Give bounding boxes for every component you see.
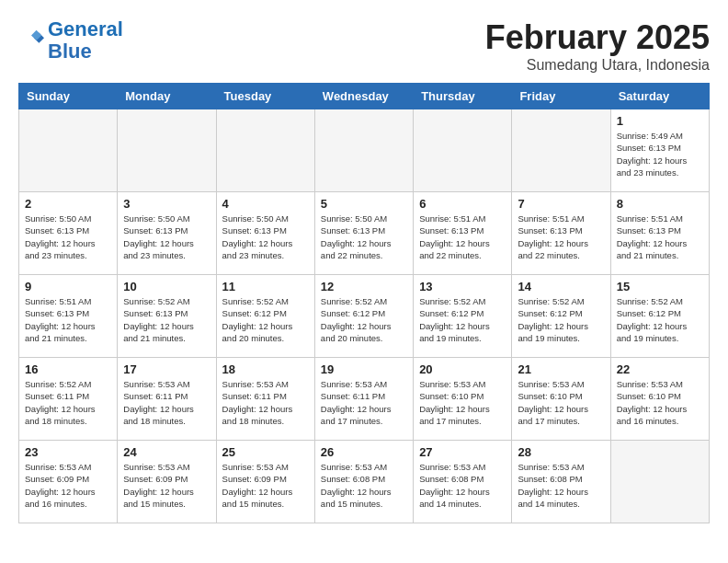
day-number: 17 [123,362,210,376]
logo: General Blue [18,18,123,63]
day-number: 1 [617,114,703,128]
day-number: 13 [419,280,506,293]
calendar-cell: 1Sunrise: 5:49 AM Sunset: 6:13 PM Daylig… [610,109,709,192]
day-of-week-header: Saturday [610,84,709,109]
calendar-week-row: 9Sunrise: 5:51 AM Sunset: 6:13 PM Daylig… [19,275,710,358]
calendar-cell [19,109,118,192]
day-info: Sunrise: 5:51 AM Sunset: 6:13 PM Dayligh… [617,213,703,261]
day-number: 3 [123,197,210,211]
day-info: Sunrise: 5:50 AM Sunset: 6:13 PM Dayligh… [123,213,210,261]
calendar-cell [512,109,610,192]
day-info: Sunrise: 5:53 AM Sunset: 6:10 PM Dayligh… [419,378,506,427]
calendar-cell: 8Sunrise: 5:51 AM Sunset: 6:13 PM Daylig… [610,192,709,275]
day-info: Sunrise: 5:50 AM Sunset: 6:13 PM Dayligh… [321,213,407,261]
day-number: 20 [419,362,506,376]
day-info: Sunrise: 5:51 AM Sunset: 6:13 PM Dayligh… [518,213,604,261]
calendar-cell: 10Sunrise: 5:52 AM Sunset: 6:13 PM Dayli… [118,275,216,358]
day-info: Sunrise: 5:52 AM Sunset: 6:12 PM Dayligh… [419,295,506,344]
calendar-cell: 9Sunrise: 5:51 AM Sunset: 6:13 PM Daylig… [19,275,118,358]
day-info: Sunrise: 5:53 AM Sunset: 6:08 PM Dayligh… [321,461,407,510]
month-title: February 2025 [485,18,710,57]
day-info: Sunrise: 5:53 AM Sunset: 6:08 PM Dayligh… [518,461,604,510]
calendar-cell: 17Sunrise: 5:53 AM Sunset: 6:11 PM Dayli… [118,358,216,441]
calendar-cell: 20Sunrise: 5:53 AM Sunset: 6:10 PM Dayli… [414,358,512,441]
calendar-cell: 2Sunrise: 5:50 AM Sunset: 6:13 PM Daylig… [19,192,118,275]
day-number: 16 [25,362,111,376]
day-info: Sunrise: 5:52 AM Sunset: 6:13 PM Dayligh… [123,295,210,344]
day-of-week-header: Monday [118,84,216,109]
calendar-cell: 21Sunrise: 5:53 AM Sunset: 6:10 PM Dayli… [512,358,610,441]
calendar-cell: 11Sunrise: 5:52 AM Sunset: 6:12 PM Dayli… [216,275,314,358]
calendar-cell: 12Sunrise: 5:52 AM Sunset: 6:12 PM Dayli… [314,275,413,358]
day-number: 15 [617,280,703,293]
day-info: Sunrise: 5:52 AM Sunset: 6:12 PM Dayligh… [617,295,703,344]
day-of-week-header: Friday [512,84,610,109]
calendar-cell: 7Sunrise: 5:51 AM Sunset: 6:13 PM Daylig… [512,192,610,275]
day-info: Sunrise: 5:53 AM Sunset: 6:08 PM Dayligh… [419,461,506,510]
calendar-cell: 18Sunrise: 5:53 AM Sunset: 6:11 PM Dayli… [216,358,314,441]
day-info: Sunrise: 5:49 AM Sunset: 6:13 PM Dayligh… [617,130,703,178]
day-number: 26 [321,445,407,459]
day-info: Sunrise: 5:52 AM Sunset: 6:12 PM Dayligh… [222,295,309,344]
day-number: 19 [321,362,407,376]
calendar-cell: 26Sunrise: 5:53 AM Sunset: 6:08 PM Dayli… [314,441,413,523]
calendar-cell [314,109,413,192]
calendar-cell [118,109,216,192]
day-info: Sunrise: 5:50 AM Sunset: 6:13 PM Dayligh… [25,213,111,261]
day-number: 14 [518,280,604,293]
day-number: 10 [123,280,210,293]
day-number: 9 [25,280,111,293]
day-number: 21 [518,362,604,376]
day-of-week-header: Tuesday [216,84,314,109]
calendar-cell: 23Sunrise: 5:53 AM Sunset: 6:09 PM Dayli… [19,441,118,523]
day-number: 25 [222,445,309,459]
day-of-week-header: Sunday [19,84,118,109]
day-info: Sunrise: 5:53 AM Sunset: 6:09 PM Dayligh… [222,461,309,510]
calendar-cell: 22Sunrise: 5:53 AM Sunset: 6:10 PM Dayli… [610,358,709,441]
day-number: 5 [321,197,407,211]
day-number: 27 [419,445,506,459]
page-header: General Blue February 2025 Sumedang Utar… [18,18,710,74]
calendar-cell: 28Sunrise: 5:53 AM Sunset: 6:08 PM Dayli… [512,441,610,523]
calendar-cell: 3Sunrise: 5:50 AM Sunset: 6:13 PM Daylig… [118,192,216,275]
calendar-week-row: 1Sunrise: 5:49 AM Sunset: 6:13 PM Daylig… [19,109,710,192]
day-number: 23 [25,445,111,459]
day-info: Sunrise: 5:53 AM Sunset: 6:09 PM Dayligh… [123,461,210,510]
day-number: 4 [222,197,309,211]
day-of-week-header: Wednesday [314,84,413,109]
calendar-week-row: 16Sunrise: 5:52 AM Sunset: 6:11 PM Dayli… [19,358,710,441]
day-number: 28 [518,445,604,459]
day-info: Sunrise: 5:53 AM Sunset: 6:09 PM Dayligh… [25,461,111,510]
day-number: 6 [419,197,506,211]
calendar-cell: 15Sunrise: 5:52 AM Sunset: 6:12 PM Dayli… [610,275,709,358]
day-number: 24 [123,445,210,459]
calendar-cell: 5Sunrise: 5:50 AM Sunset: 6:13 PM Daylig… [314,192,413,275]
day-info: Sunrise: 5:53 AM Sunset: 6:10 PM Dayligh… [518,378,604,427]
logo-blue: Blue [48,40,92,63]
day-number: 8 [617,197,703,211]
day-number: 18 [222,362,309,376]
day-info: Sunrise: 5:52 AM Sunset: 6:12 PM Dayligh… [518,295,604,344]
calendar-cell: 25Sunrise: 5:53 AM Sunset: 6:09 PM Dayli… [216,441,314,523]
day-info: Sunrise: 5:53 AM Sunset: 6:10 PM Dayligh… [617,378,703,427]
title-block: February 2025 Sumedang Utara, Indonesia [485,18,710,74]
day-number: 2 [25,197,111,211]
day-info: Sunrise: 5:53 AM Sunset: 6:11 PM Dayligh… [123,378,210,427]
calendar-cell: 16Sunrise: 5:52 AM Sunset: 6:11 PM Dayli… [19,358,118,441]
calendar-cell [610,441,709,523]
day-number: 11 [222,280,309,293]
day-info: Sunrise: 5:50 AM Sunset: 6:13 PM Dayligh… [222,213,309,261]
calendar-cell: 19Sunrise: 5:53 AM Sunset: 6:11 PM Dayli… [314,358,413,441]
day-number: 7 [518,197,604,211]
calendar-cell: 14Sunrise: 5:52 AM Sunset: 6:12 PM Dayli… [512,275,610,358]
day-number: 22 [617,362,703,376]
location-subtitle: Sumedang Utara, Indonesia [485,57,710,74]
day-info: Sunrise: 5:52 AM Sunset: 6:11 PM Dayligh… [25,378,111,427]
logo-general: General [48,17,123,40]
calendar-cell: 27Sunrise: 5:53 AM Sunset: 6:08 PM Dayli… [414,441,512,523]
calendar-cell [414,109,512,192]
day-info: Sunrise: 5:53 AM Sunset: 6:11 PM Dayligh… [222,378,309,427]
day-info: Sunrise: 5:51 AM Sunset: 6:13 PM Dayligh… [25,295,111,344]
calendar-cell [216,109,314,192]
calendar-cell: 4Sunrise: 5:50 AM Sunset: 6:13 PM Daylig… [216,192,314,275]
